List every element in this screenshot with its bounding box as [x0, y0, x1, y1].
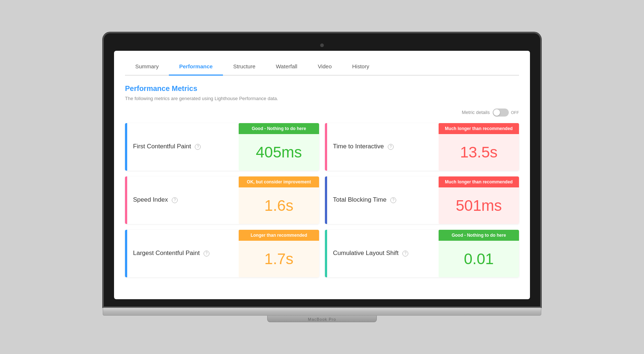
metric-card-tbt: Total Blocking Time ? Much longer than r…: [325, 176, 519, 224]
metric-label-area-tbt: Total Blocking Time ?: [327, 176, 439, 224]
tab-history[interactable]: History: [342, 58, 379, 76]
metric-label-area-cls: Cumulative Layout Shift ?: [327, 230, 439, 277]
metric-label-area-lcp: Largest Contentful Paint ?: [127, 230, 239, 277]
metric-card-lcp: Largest Contentful Paint ? Longer than r…: [125, 230, 319, 277]
metric-value-area-fcp: Good - Nothing to do here 405ms: [239, 123, 319, 171]
macbook-base: [103, 308, 541, 316]
status-badge-si: OK, but consider improvement: [239, 176, 319, 187]
metric-value-si: 1.6s: [239, 187, 319, 224]
status-badge-tbt: Much longer than recommended: [439, 176, 519, 187]
macbook-stand: MacBook Pro: [267, 316, 377, 322]
metric-value-area-lcp: Longer than recommended 1.7s: [239, 230, 319, 277]
metric-details-toggle[interactable]: [493, 109, 509, 117]
metric-card-tti: Time to Interactive ? Much longer than r…: [325, 123, 519, 171]
metric-name-tbt: Total Blocking Time ?: [333, 196, 396, 204]
tab-video[interactable]: Video: [307, 58, 342, 76]
tab-structure[interactable]: Structure: [223, 58, 266, 76]
macbook-inner: Summary Performance Structure Waterfall …: [114, 51, 530, 299]
metric-details-toggle-row: Metric details OFF: [125, 109, 519, 117]
tab-summary[interactable]: Summary: [125, 58, 169, 76]
toggle-knob: [493, 109, 500, 116]
status-badge-fcp: Good - Nothing to do here: [239, 123, 319, 134]
metrics-grid: First Contentful Paint ? Good - Nothing …: [125, 123, 519, 277]
status-badge-lcp: Longer than recommended: [239, 230, 319, 241]
metric-value-tti: 13.5s: [439, 134, 519, 171]
toggle-state-label: OFF: [511, 110, 519, 115]
question-icon-cls[interactable]: ?: [402, 251, 408, 256]
metric-name-lcp: Largest Contentful Paint ?: [133, 249, 209, 257]
metric-label-area-fcp: First Contentful Paint ?: [127, 123, 239, 171]
question-icon-tbt[interactable]: ?: [390, 197, 396, 203]
tab-performance[interactable]: Performance: [169, 58, 223, 76]
question-icon-tti[interactable]: ?: [388, 144, 394, 150]
metric-value-fcp: 405ms: [239, 134, 319, 171]
metric-label-area-tti: Time to Interactive ?: [327, 123, 439, 171]
metric-value-cls: 0.01: [439, 241, 519, 277]
metric-name-fcp: First Contentful Paint ?: [133, 142, 201, 151]
tab-bar: Summary Performance Structure Waterfall …: [125, 58, 519, 76]
status-badge-cls: Good - Nothing to do here: [439, 230, 519, 241]
metric-label-area-si: Speed Index ?: [127, 176, 239, 224]
tab-waterfall[interactable]: Waterfall: [266, 58, 308, 76]
macbook-frame: Summary Performance Structure Waterfall …: [103, 32, 541, 322]
question-icon-fcp[interactable]: ?: [195, 144, 201, 150]
metric-name-cls: Cumulative Layout Shift ?: [333, 249, 408, 257]
macbook-screen: Summary Performance Structure Waterfall …: [103, 32, 541, 308]
metric-name-tti: Time to Interactive ?: [333, 142, 394, 151]
metric-value-area-cls: Good - Nothing to do here 0.01: [439, 230, 519, 277]
question-icon-lcp[interactable]: ?: [204, 251, 209, 256]
page-content: Summary Performance Structure Waterfall …: [114, 51, 530, 288]
metric-value-tbt: 501ms: [439, 187, 519, 224]
macbook-label: MacBook Pro: [268, 316, 376, 323]
metric-value-lcp: 1.7s: [239, 241, 319, 277]
metric-value-area-tbt: Much longer than recommended 501ms: [439, 176, 519, 224]
section-subtitle: The following metrics are generated usin…: [125, 96, 519, 101]
section-title: Performance Metrics: [125, 84, 519, 93]
macbook-camera: [320, 43, 324, 47]
metric-value-area-tti: Much longer than recommended 13.5s: [439, 123, 519, 171]
question-icon-si[interactable]: ?: [172, 197, 178, 203]
metric-value-area-si: OK, but consider improvement 1.6s: [239, 176, 319, 224]
metric-name-si: Speed Index ?: [133, 196, 178, 204]
metric-card-si: Speed Index ? OK, but consider improveme…: [125, 176, 319, 224]
toggle-label: Metric details: [462, 110, 490, 115]
metric-card-fcp: First Contentful Paint ? Good - Nothing …: [125, 123, 319, 171]
metric-card-cls: Cumulative Layout Shift ? Good - Nothing…: [325, 230, 519, 277]
status-badge-tti: Much longer than recommended: [439, 123, 519, 134]
